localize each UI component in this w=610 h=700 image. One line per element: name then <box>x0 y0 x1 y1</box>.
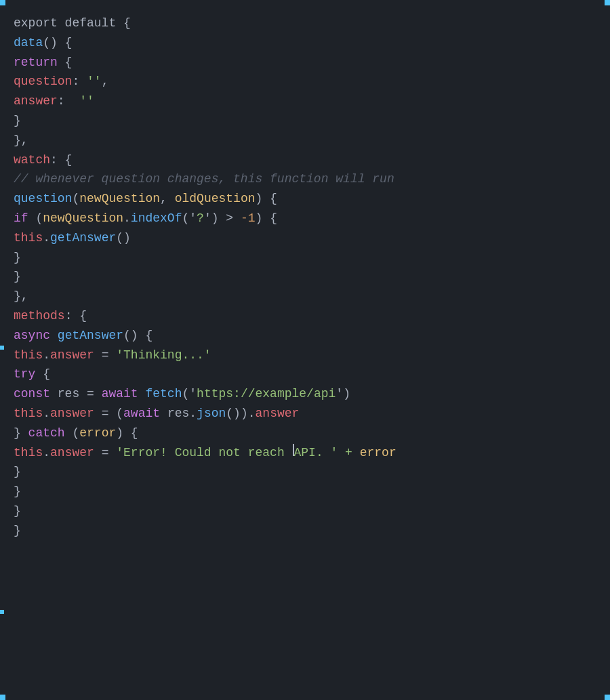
token-keyword: async <box>14 326 50 346</box>
token-string: API. ' + <box>294 443 360 463</box>
token-white: } <box>14 267 21 287</box>
token-keyword: const <box>14 384 50 404</box>
token-param: error <box>360 443 396 463</box>
token-keyword: await <box>123 404 160 424</box>
token-white: }, <box>14 287 28 306</box>
code-line: } <box>0 482 610 501</box>
code-line: this.answer = 'Thinking...' <box>0 346 610 365</box>
token-white: (' <box>182 209 197 228</box>
token-white: : { <box>50 150 72 170</box>
token-property: answer <box>50 346 94 365</box>
code-line: question: '', <box>0 72 610 91</box>
token-white: ( <box>72 189 79 209</box>
token-function: data <box>14 33 43 53</box>
token-function: fetch <box>145 384 182 404</box>
token-white: . <box>43 404 50 424</box>
token-keyword: catch <box>28 424 65 443</box>
token-white: ()). <box>226 404 255 424</box>
token-white: : { <box>65 306 87 326</box>
code-line: }, <box>0 287 610 306</box>
code-line: this.getAnswer() <box>0 228 610 248</box>
token-white: } <box>14 462 21 482</box>
code-line: this.answer = 'Error! Could not reach AP… <box>0 443 610 463</box>
code-line: } <box>0 248 610 268</box>
code-line: } catch (error) { <box>0 424 610 443</box>
token-param: newQuestion <box>43 209 123 228</box>
token-white: = <box>94 443 116 463</box>
token-function: json <box>197 404 226 424</box>
token-function: getAnswer <box>50 228 116 248</box>
code-line: watch: { <box>0 150 610 170</box>
token-white: = ( <box>94 404 123 424</box>
token-property: question <box>14 72 72 91</box>
corner-tr-indicator <box>605 0 610 5</box>
code-line: } <box>0 521 610 541</box>
token-keyword: return <box>14 53 58 73</box>
token-white: ( <box>28 209 43 228</box>
token-white: export default { <box>14 14 131 33</box>
side-indicator-methods <box>0 610 4 614</box>
token-white: res = <box>50 384 102 404</box>
token-white: ) { <box>256 189 277 209</box>
token-white: }, <box>14 131 28 150</box>
token-white: . <box>43 346 50 365</box>
token-param: error <box>79 424 116 443</box>
token-param: newQuestion <box>79 189 160 209</box>
token-white: : <box>58 91 79 111</box>
code-line: const res = await fetch('https://example… <box>0 384 610 404</box>
code-line: if (newQuestion.indexOf('?') > -1) { <box>0 209 610 228</box>
token-white: ) { <box>116 424 138 443</box>
code-lines: export default { data() { return { quest… <box>0 14 610 541</box>
token-white: , <box>160 189 175 209</box>
corner-br-indicator <box>605 695 610 700</box>
token-number: -1 <box>241 209 256 228</box>
token-keyword: if <box>14 209 28 228</box>
token-white: , <box>102 72 109 91</box>
token-white: = <box>94 346 116 365</box>
token-white: () { <box>43 33 72 53</box>
code-line: return { <box>0 53 610 73</box>
token-white: . <box>43 443 50 463</box>
code-line: } <box>0 111 610 131</box>
code-line: try { <box>0 365 610 384</box>
code-line: question(newQuestion, oldQuestion) { <box>0 189 610 209</box>
token-white: } <box>14 248 21 268</box>
token-white: ( <box>65 424 80 443</box>
code-editor: export default { data() { return { quest… <box>0 0 610 700</box>
token-keyword: try <box>14 365 35 384</box>
token-white: : <box>72 72 87 91</box>
side-indicator-watch <box>0 346 4 350</box>
token-white: ) { <box>256 209 277 228</box>
code-line: // whenever question changes, this funct… <box>0 169 610 189</box>
token-white: } <box>14 521 21 541</box>
token-keyword: await <box>102 384 138 404</box>
token-property: answer <box>14 91 58 111</box>
token-string: '' <box>87 72 102 91</box>
token-white: ') <box>336 384 350 404</box>
corner-tl-indicator <box>0 0 5 5</box>
token-property: answer <box>50 443 94 463</box>
token-function: getAnswer <box>58 326 123 346</box>
code-line: async getAnswer() { <box>0 326 610 346</box>
token-string: '' <box>79 91 94 111</box>
token-property: answer <box>50 404 94 424</box>
token-comment: // whenever question changes, this funct… <box>14 169 394 189</box>
code-line: } <box>0 462 610 482</box>
token-white: (' <box>182 384 197 404</box>
token-white: res. <box>160 404 197 424</box>
code-line: data() { <box>0 33 610 53</box>
code-line: }, <box>0 131 610 150</box>
token-white: ') > <box>204 209 241 228</box>
token-this: this <box>14 346 43 365</box>
code-line: } <box>0 501 610 521</box>
token-param: oldQuestion <box>175 189 256 209</box>
token-this: this <box>14 443 43 463</box>
token-string: 'Thinking...' <box>116 346 211 365</box>
token-white: () <box>116 228 131 248</box>
token-white <box>50 326 58 346</box>
token-white: () { <box>123 326 152 346</box>
token-white: . <box>123 209 131 228</box>
corner-bl-indicator <box>0 695 5 700</box>
token-string: https://example/api <box>197 384 336 404</box>
token-white: } <box>14 482 21 501</box>
